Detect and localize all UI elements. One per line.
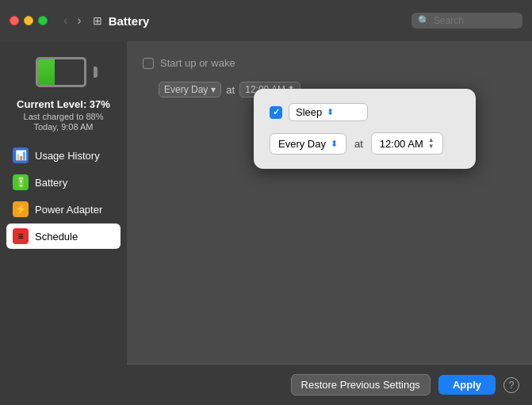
schedule-at-label: at	[354, 138, 363, 150]
sleep-select-arrow-icon: ⬍	[327, 107, 334, 117]
sidebar-nav: 📊 Usage History 🔋 Battery ⚡ Power Adapte…	[6, 143, 121, 249]
sleep-select[interactable]: Sleep ⬍	[289, 103, 368, 121]
battery-level: Current Level: 37%	[10, 98, 117, 110]
fullscreen-button[interactable]	[38, 16, 48, 25]
search-bar[interactable]: 🔍	[411, 13, 522, 29]
time-decrement-icon[interactable]: ▼	[428, 143, 434, 150]
battery-icon-container	[6, 57, 121, 87]
usage-history-icon: 📊	[13, 147, 29, 163]
battery-info: Current Level: 37% Last charged to 88% T…	[6, 98, 121, 132]
sidebar-item-label-power: Power Adapter	[35, 204, 102, 216]
close-button[interactable]	[10, 16, 19, 25]
search-input[interactable]	[434, 15, 516, 26]
window-title: Battery	[109, 14, 411, 28]
battery-nav-icon: 🔋	[13, 174, 29, 190]
startup-checkbox[interactable]	[143, 58, 154, 69]
time-select[interactable]: 12:00 AM ▲ ▼	[371, 132, 443, 155]
power-adapter-icon: ⚡	[13, 201, 29, 217]
schedule-card: Sleep ⬍ Every Day ⬍ at 12:00 AM ▲ ▼	[254, 89, 476, 169]
sidebar-item-power-adapter[interactable]: ⚡ Power Adapter	[6, 197, 121, 222]
help-button[interactable]: ?	[503, 377, 519, 393]
every-day-select[interactable]: Every Day ⬍	[270, 133, 346, 155]
sleep-label: Sleep	[296, 106, 322, 118]
battery-time: Today, 9:08 AM	[10, 122, 117, 132]
sidebar-item-usage-history[interactable]: 📊 Usage History	[6, 143, 121, 168]
battery-body	[36, 57, 86, 87]
sleep-checkbox[interactable]	[270, 106, 282, 119]
time-stepper[interactable]: ▲ ▼	[428, 137, 434, 150]
battery-graphic	[36, 57, 91, 87]
card-row1: Sleep ⬍	[270, 103, 460, 121]
titlebar: ‹ › ⊞ Battery 🔍	[0, 0, 532, 41]
back-arrow-icon[interactable]: ‹	[60, 12, 71, 29]
apply-button[interactable]: Apply	[438, 375, 496, 395]
card-row2: Every Day ⬍ at 12:00 AM ▲ ▼	[270, 132, 460, 155]
schedule-icon: ≡	[13, 228, 29, 244]
sidebar-item-label-usage: Usage History	[35, 150, 100, 162]
traffic-lights	[10, 16, 48, 25]
startup-at-label: at	[226, 84, 235, 96]
startup-row: Start up or wake	[143, 57, 516, 69]
right-panel: Start up or wake Every Day ▾ at 12:00 AM…	[127, 41, 532, 405]
sidebar-item-battery[interactable]: 🔋 Battery	[6, 170, 121, 195]
startup-day-arrow-icon: ▾	[211, 84, 216, 95]
minimize-button[interactable]	[24, 16, 33, 25]
sidebar-item-label-schedule: Schedule	[35, 231, 78, 243]
every-day-label: Every Day	[278, 138, 326, 150]
sidebar-item-schedule[interactable]: ≡ Schedule	[6, 224, 121, 249]
time-value: 12:00 AM	[380, 138, 423, 150]
forward-arrow-icon[interactable]: ›	[74, 12, 84, 29]
every-day-arrow-icon: ⬍	[331, 139, 338, 149]
restore-button[interactable]: Restore Previous Settings	[291, 374, 431, 395]
startup-label: Start up or wake	[160, 57, 235, 69]
battery-fill	[38, 59, 55, 85]
sidebar-item-label-battery: Battery	[35, 177, 67, 189]
battery-tip	[94, 67, 98, 78]
grid-icon[interactable]: ⊞	[93, 14, 102, 27]
startup-day-select[interactable]: Every Day ▾	[159, 82, 221, 97]
search-icon: 🔍	[418, 15, 430, 26]
sidebar: Current Level: 37% Last charged to 88% T…	[0, 41, 127, 405]
battery-charged: Last charged to 88%	[10, 112, 117, 121]
startup-day-label: Every Day	[164, 84, 208, 95]
main-content: Current Level: 37% Last charged to 88% T…	[0, 41, 532, 405]
bottom-bar: Restore Previous Settings Apply ?	[127, 364, 532, 405]
nav-arrows: ‹ ›	[60, 12, 85, 29]
